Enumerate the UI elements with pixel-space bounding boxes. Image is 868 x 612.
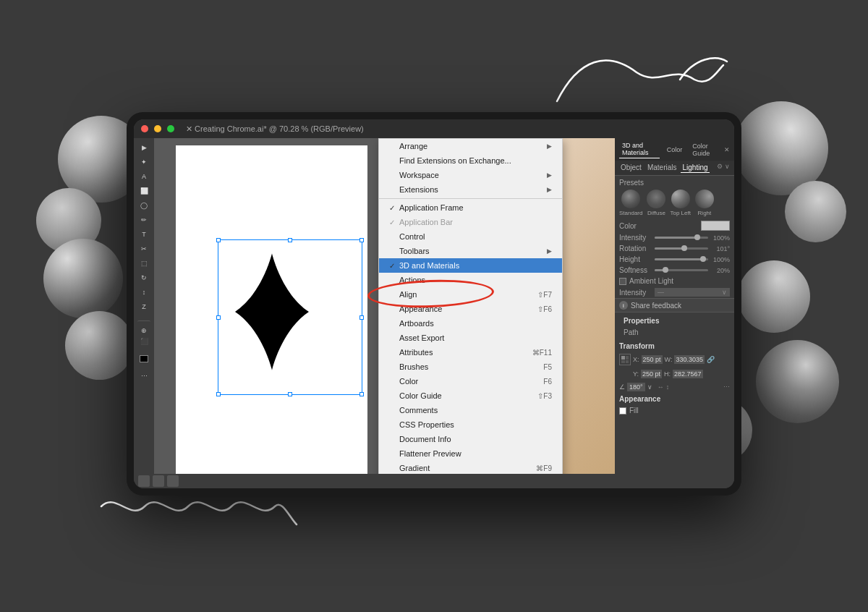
height-thumb[interactable] [700,256,706,262]
menu-appearance[interactable]: Appearance ⇧F6 [379,302,562,316]
subtab-lighting[interactable]: Lighting [681,163,709,173]
menu-align[interactable]: Align ⇧F7 [379,287,562,302]
appearance-title: Appearance [615,393,734,405]
preset-diffuse-circle[interactable] [647,190,665,208]
maximize-button[interactable] [167,125,174,132]
angle-dropdown[interactable]: ∨ [647,383,652,391]
menu-color-guide[interactable]: Color Guide ⇧F3 [379,388,562,403]
menu-extensions[interactable]: Extensions ▶ [379,182,562,197]
menu-arrange[interactable]: Arrange ▶ [379,139,562,153]
flip-v-icon[interactable]: ↕ [666,383,670,391]
ambient-checkbox[interactable] [619,278,626,285]
subtab-materials[interactable]: Materials [646,163,678,173]
tab-3d-materials[interactable]: 3D and Materials [619,140,660,158]
menu-document-info[interactable]: Document Info [379,432,562,446]
minimize-button[interactable] [154,125,161,132]
share-feedback-row[interactable]: i Share feedback [615,298,734,313]
y-value[interactable]: 250 pt [641,370,662,378]
tab-color[interactable]: Color [664,145,686,155]
handle-tm[interactable] [288,238,292,242]
menu-gradient[interactable]: Gradient ⌘F9 [379,461,562,474]
menu-attributes[interactable]: Attributes ⌘F11 [379,345,562,360]
more-options-icon[interactable]: ⋯ [723,383,730,391]
handle-tl[interactable] [216,238,221,242]
preset-standard-circle[interactable] [621,190,640,208]
tool-eyedropper[interactable]: ⊕ [137,320,150,333]
handle-br[interactable] [359,392,364,396]
bottom-tool-1[interactable] [138,475,150,487]
flip-h-icon[interactable]: ↔ [658,383,664,391]
tool-gradient[interactable]: ⬛ [137,335,150,348]
menu-asset-export[interactable]: Asset Export [379,331,562,345]
tool-pen[interactable]: ✏ [137,213,150,226]
rotation-label: Rotation [619,245,652,252]
rotation-slider[interactable] [655,247,708,250]
lighting-settings-icon[interactable]: ⚙ ∨ [717,163,730,173]
tool-zoom[interactable]: Z [137,300,150,313]
menu-3d-materials[interactable]: ✓3D and Materials [379,258,562,273]
tool-star[interactable]: ✦ [137,156,150,169]
bottom-tool-2[interactable] [153,475,164,487]
fill-label: Fill [629,407,639,415]
intensity-slider[interactable] [655,237,708,239]
preset-right-circle[interactable] [695,190,714,208]
tool-extra[interactable]: ⋯ [137,370,150,383]
angle-row: ∠ 180° ∨ ↔ ↕ ⋯ [615,381,734,393]
panel-close-button[interactable]: ✕ [724,146,730,153]
menu-comments[interactable]: Comments [379,403,562,417]
preset-topleft[interactable]: Top Left [670,190,690,216]
softness-slider[interactable] [655,269,708,271]
menu-control[interactable]: Control [379,229,562,244]
tool-artboard[interactable]: ⬚ [137,257,150,270]
menu-toolbars[interactable]: Toolbars ▶ [379,244,562,258]
preset-diffuse[interactable]: Diffuse [647,190,665,216]
height-slider[interactable] [655,258,708,260]
preset-topleft-circle[interactable] [671,190,690,208]
height-value: 100% [711,256,730,263]
intensity-thumb[interactable] [694,234,700,240]
w-value[interactable]: 330.3035 [674,355,705,364]
softness-thumb[interactable] [663,267,668,273]
preset-right[interactable]: Right [695,190,714,216]
menu-app-bar[interactable]: ✓Application Bar [379,215,562,229]
tool-rotate[interactable]: ↻ [137,271,150,284]
menu-workspace[interactable]: Workspace ▶ [379,168,562,182]
tool-rect[interactable]: ⬜ [137,184,150,197]
handle-bm[interactable] [288,392,292,396]
tool-swatch[interactable] [137,352,150,365]
height-fill [655,258,703,260]
tool-direct-select[interactable]: A [137,170,150,183]
menu-find-extensions[interactable]: Find Extensions on Exchange... [379,153,562,168]
menu-flattener-preview[interactable]: Flattener Preview [379,446,562,461]
x-value[interactable]: 250 pt [642,355,663,364]
tool-scale[interactable]: ↕ [137,286,150,299]
menu-artboards[interactable]: Artboards [379,316,562,331]
tool-type[interactable]: T [137,228,150,241]
menu-css-properties[interactable]: CSS Properties [379,417,562,432]
color-swatch[interactable] [701,221,730,231]
bottom-tool-3[interactable] [167,475,179,487]
link-icon[interactable]: 🔗 [707,356,715,363]
tool-select[interactable]: ▶ [137,141,150,154]
window-menu[interactable]: Arrange ▶ Find Extensions on Exchange...… [378,138,563,474]
handle-bl[interactable] [216,392,221,396]
fill-checkbox[interactable] [619,407,626,415]
handle-mr[interactable] [359,315,364,320]
app-area: ▶ ✦ A ⬜ ◯ ✏ T ✂ ⬚ ↻ ↕ Z ⊕ ⬛ ⋯ [134,138,734,474]
close-button[interactable] [141,125,148,132]
menu-color[interactable]: Color F6 [379,374,562,388]
menu-actions[interactable]: Actions [379,273,562,287]
subtab-object[interactable]: Object [619,163,643,173]
handle-tr[interactable] [359,238,364,242]
angle-value[interactable]: 180° [627,383,645,391]
transform-section: Transform X: 250 pt W: 330.3035 🔗 [615,340,734,393]
tab-color-guide[interactable]: Color Guide [689,141,720,158]
menu-brushes[interactable]: Brushes F5 [379,360,562,374]
h-value[interactable]: 282.7567 [673,370,703,378]
ambient-intensity-dropdown[interactable]: —∨ [655,288,730,297]
tool-scissors[interactable]: ✂ [137,242,150,255]
tool-ellipse[interactable]: ◯ [137,199,150,212]
rotation-thumb[interactable] [681,245,687,251]
preset-standard[interactable]: Standard [619,190,642,216]
menu-app-frame[interactable]: ✓Application Frame [379,200,562,215]
